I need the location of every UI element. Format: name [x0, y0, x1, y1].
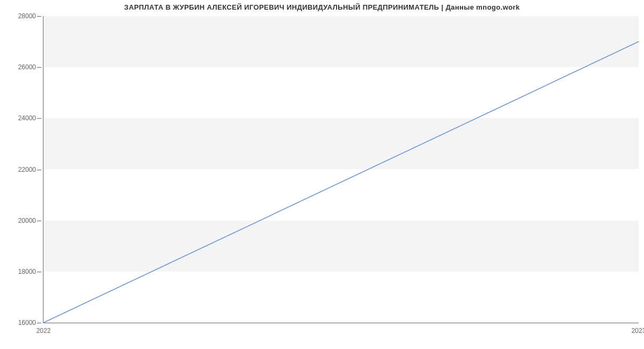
chart-title: ЗАРПЛАТА В ЖУРБИН АЛЕКСЕЙ ИГОРЕВИЧ ИНДИВ… [0, 3, 644, 11]
y-tick-label: 26000 [18, 63, 36, 71]
y-tick-label: 16000 [18, 319, 36, 326]
y-tick-label: 22000 [18, 166, 36, 173]
line-series-layer [43, 16, 639, 323]
y-tick-label: 24000 [18, 114, 36, 122]
x-tick-label: 2022 [36, 327, 51, 335]
y-tick [37, 272, 41, 272]
y-tick [37, 16, 41, 17]
y-tick-label: 20000 [18, 217, 36, 224]
y-tick [37, 323, 41, 323]
y-tick [37, 118, 41, 119]
y-tick [37, 170, 41, 170]
chart-container: ЗАРПЛАТА В ЖУРБИН АЛЕКСЕЙ ИГОРЕВИЧ ИНДИВ… [0, 0, 644, 349]
y-tick-label: 28000 [18, 12, 36, 20]
y-tick [37, 221, 41, 221]
x-tick-label: 2023 [632, 327, 644, 335]
plot-area: 28000 26000 24000 22000 20000 18000 1600… [43, 16, 639, 323]
y-tick-label: 18000 [18, 268, 36, 275]
y-tick [37, 67, 41, 68]
series-line [43, 42, 639, 323]
